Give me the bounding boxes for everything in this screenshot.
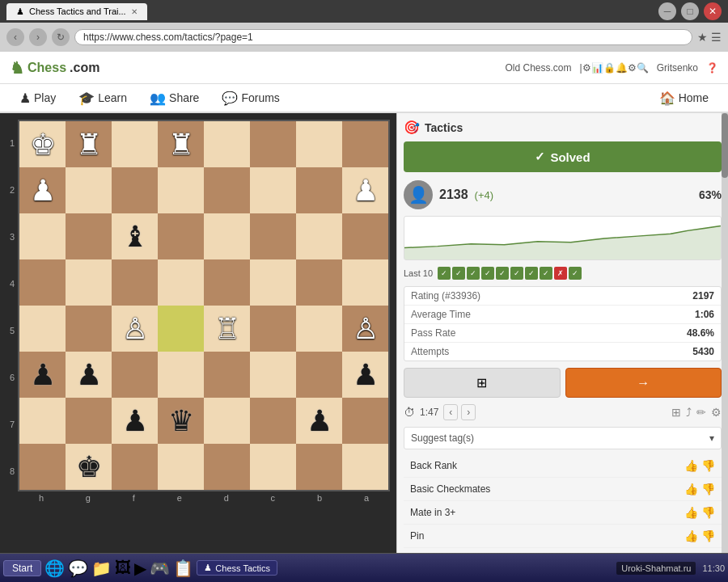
downvote-pin[interactable]: 👎	[701, 529, 715, 542]
start-button[interactable]: Start	[3, 560, 41, 576]
tags-header[interactable]: Suggest tag(s) ▾	[404, 427, 722, 449]
chess-piece[interactable]: ♚	[76, 453, 102, 482]
board-cell[interactable]	[250, 213, 296, 259]
board-cell[interactable]	[19, 306, 66, 352]
board-cell[interactable]	[342, 259, 388, 306]
board-cell[interactable]	[204, 398, 250, 444]
chess-piece[interactable]: ♟	[353, 176, 379, 205]
next-arrow-btn[interactable]: ›	[461, 404, 476, 420]
chess-piece[interactable]: ♜	[76, 130, 102, 159]
board-cell[interactable]	[342, 213, 388, 259]
forward-btn[interactable]: ›	[29, 28, 47, 46]
board-cell[interactable]	[158, 444, 204, 490]
board-cell[interactable]	[204, 352, 250, 398]
pencil-btn[interactable]: ✏	[696, 406, 706, 419]
board-cell[interactable]	[296, 352, 342, 398]
taskbar-icon-browser[interactable]: 🌐	[44, 559, 65, 578]
board-cell[interactable]: ♚	[19, 121, 66, 167]
board-cell[interactable]	[66, 167, 112, 213]
board-cell[interactable]	[19, 398, 66, 444]
chess-piece[interactable]: ♟	[76, 361, 102, 390]
settings-btn[interactable]: ⚙	[711, 406, 722, 419]
chess-piece[interactable]: ♟	[30, 361, 56, 390]
downvote-back-rank[interactable]: 👎	[701, 459, 715, 472]
chess-piece[interactable]: ♟	[353, 361, 379, 390]
upvote-basic-checkmates[interactable]: 👍	[684, 483, 698, 496]
board-cell[interactable]	[112, 167, 158, 213]
board-cell[interactable]: ♚	[66, 444, 112, 490]
maximize-btn[interactable]: □	[681, 2, 699, 20]
taskbar-icon-chat[interactable]: 💬	[68, 559, 88, 578]
close-btn[interactable]: ✕	[704, 2, 722, 20]
board-cell[interactable]	[112, 352, 158, 398]
board-cell[interactable]: ♙	[112, 306, 158, 352]
chess-board[interactable]: ♚♜♜♟♟♝♙♖♙♟♟♟♟♛♟♚	[18, 120, 390, 491]
board-cell[interactable]	[158, 352, 204, 398]
board-cell[interactable]	[342, 121, 388, 167]
taskbar-chess-item[interactable]: ♟ Chess Tactics	[197, 560, 277, 576]
taskbar-icon-files[interactable]: 📁	[91, 559, 112, 578]
chess-piece[interactable]: ♟	[30, 176, 56, 205]
board-cell[interactable]	[204, 444, 250, 490]
solved-button[interactable]: ✓ Solved	[404, 141, 722, 172]
minimize-btn[interactable]: ─	[658, 2, 676, 20]
board-cell[interactable]	[204, 167, 250, 213]
board-cell[interactable]	[342, 398, 388, 444]
board-cell[interactable]: ♛	[158, 398, 204, 444]
next-btn[interactable]: →	[565, 368, 722, 398]
chess-piece[interactable]: ♜	[168, 130, 194, 159]
nav-play[interactable]: ♟ Play	[10, 86, 66, 111]
board-view-btn[interactable]: ⊞	[404, 368, 561, 398]
chess-piece[interactable]: ♙	[122, 314, 148, 344]
board-cell[interactable]: ♜	[158, 121, 204, 167]
back-btn[interactable]: ‹	[6, 28, 24, 46]
board-cell[interactable]: ♜	[66, 121, 112, 167]
chess-piece[interactable]: ♛	[168, 407, 194, 436]
refresh-btn[interactable]: ↻	[52, 28, 70, 46]
board-cell[interactable]	[296, 121, 342, 167]
chess-piece[interactable]: ♟	[307, 407, 332, 436]
board-cell[interactable]	[204, 213, 250, 259]
board-cell[interactable]	[296, 306, 342, 352]
nav-learn[interactable]: 🎓 Learn	[69, 86, 137, 111]
board-cell[interactable]	[296, 213, 342, 259]
board-cell[interactable]: ♟	[19, 352, 66, 398]
board-cell[interactable]: ♖	[204, 306, 250, 352]
board-cell[interactable]: ♟	[19, 167, 66, 213]
upvote-pin[interactable]: 👍	[684, 529, 698, 542]
chess-piece[interactable]: ♙	[353, 314, 379, 344]
board-cell[interactable]	[112, 121, 158, 167]
board-cell[interactable]	[112, 259, 158, 306]
share-btn[interactable]: ⊞	[671, 406, 681, 419]
board-cell[interactable]: ♟	[66, 352, 112, 398]
board-cell[interactable]	[158, 167, 204, 213]
board-cell[interactable]	[250, 167, 296, 213]
taskbar-icon-notes[interactable]: 📋	[173, 559, 193, 578]
board-cell[interactable]	[158, 259, 204, 306]
board-cell[interactable]	[250, 444, 296, 490]
board-cell[interactable]	[66, 398, 112, 444]
upvote-mate-in-3[interactable]: 👍	[684, 506, 698, 519]
board-cell[interactable]	[250, 352, 296, 398]
board-cell[interactable]	[66, 306, 112, 352]
board-cell[interactable]	[250, 121, 296, 167]
board-cell[interactable]	[250, 306, 296, 352]
board-cell[interactable]	[66, 259, 112, 306]
address-bar[interactable]: https://www.chess.com/tactics/?page=1	[74, 29, 692, 45]
board-cell[interactable]	[66, 213, 112, 259]
chess-piece[interactable]: ♝	[122, 222, 148, 251]
bookmark-icon[interactable]: ★	[697, 31, 708, 44]
board-cell[interactable]	[112, 444, 158, 490]
board-cell[interactable]	[250, 259, 296, 306]
board-cell[interactable]	[204, 121, 250, 167]
downvote-basic-checkmates[interactable]: 👎	[701, 483, 715, 496]
board-cell[interactable]	[250, 398, 296, 444]
scrollbar[interactable]	[722, 113, 728, 582]
chess-piece[interactable]: ♚	[30, 130, 56, 159]
logo[interactable]: ♞ Chess .com	[10, 58, 99, 78]
browser-tab[interactable]: ♟ Chess Tactics and Trai... ✕	[6, 3, 147, 20]
board-cell[interactable]: ♟	[342, 352, 388, 398]
board-cell[interactable]	[19, 444, 66, 490]
tab-close-btn[interactable]: ✕	[131, 7, 138, 16]
board-cell[interactable]	[296, 167, 342, 213]
